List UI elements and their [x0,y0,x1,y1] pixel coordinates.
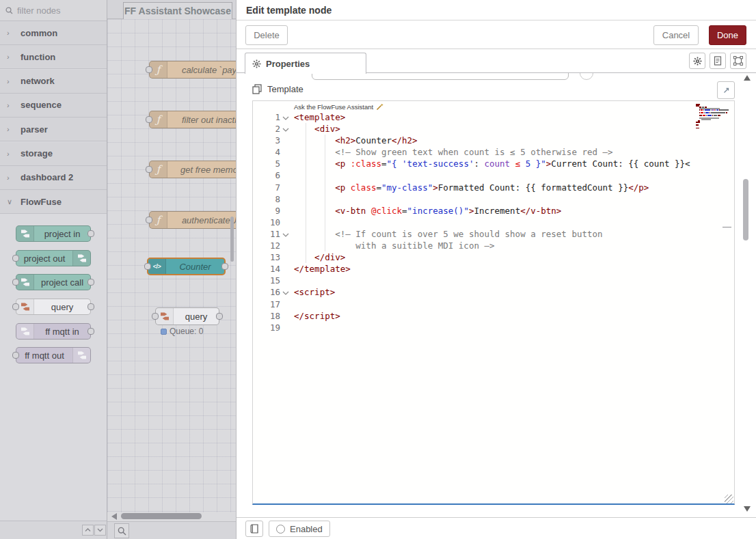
code-editor[interactable]: Ask the FlowFuse Assistant 1<template>2 … [252,100,735,505]
editor-minimap[interactable] [696,104,729,130]
palette-collapse-all-button[interactable] [82,525,94,536]
fold-chevron-icon[interactable] [282,232,289,238]
code-line[interactable]: 13 </div> [253,251,734,263]
code-line[interactable]: 18</script> [253,310,734,322]
palette-search-input[interactable]: filter nodes [0,0,107,21]
output-port[interactable] [87,303,94,310]
code-lines[interactable]: 1<template>2 <div>3 <h2>Counter</h2>4 <!… [253,111,734,333]
canvas-hscroll-thumb[interactable] [121,513,202,519]
fold-toggle[interactable] [282,229,292,238]
code-line[interactable]: 4 <!— Show green text when count is ≤ 5 … [253,146,734,158]
palette-node-ff-mqtt-in[interactable]: ff mqtt in [16,323,91,340]
input-port[interactable] [152,313,159,320]
field-handle[interactable] [580,73,593,80]
fold-toggle[interactable] [282,124,292,133]
chevron-right-icon: › [7,77,14,85]
flow-canvas[interactable]: FF Assistant Showcase ƒ calculate `payƒ … [107,0,236,539]
flowfuse-assistant-hint[interactable]: Ask the FlowFuse Assistant [294,103,383,111]
input-port[interactable] [12,255,19,262]
flow-node-filter-out-inacti[interactable]: ƒ filter out inacti [149,111,236,128]
code-line[interactable]: 3 <h2>Counter</h2> [253,135,734,146]
cancel-button[interactable]: Cancel [653,25,699,45]
input-port[interactable] [12,303,19,310]
palette-expand-all-button[interactable] [94,525,106,536]
dialog-scrollbar-thumb[interactable] [743,179,748,240]
scroll-left-arrow-icon[interactable] [111,513,117,520]
code-line[interactable]: 14</template> [253,263,734,275]
node-description-button[interactable] [710,53,726,69]
code-line[interactable]: 1<template> [253,111,734,123]
code-line[interactable]: 7 <p class="my-class">Formatted Count: {… [253,182,734,193]
code-line[interactable]: 8 [253,193,734,205]
input-port[interactable] [12,279,19,286]
palette-category-sequence[interactable]: › sequence [0,94,107,118]
flow-node-authenticateu[interactable]: ƒ authenticateU [149,211,236,229]
output-port[interactable] [87,230,94,237]
node-icon-area [16,226,34,241]
output-port[interactable] [87,279,94,286]
fold-chevron-icon[interactable] [282,127,289,133]
code-line[interactable]: 5 <p :class="{ 'text-success': count ≤ 5… [253,158,734,169]
fold-chevron-icon[interactable] [282,115,289,121]
output-port[interactable] [216,313,223,320]
code-line[interactable]: 6 [253,169,734,181]
flow-grid[interactable]: ƒ calculate `payƒ filter out inactiƒ get… [107,19,236,512]
fold-toggle[interactable] [282,112,292,121]
palette-node-ff-mqtt-out[interactable]: ff mqtt out [16,347,91,363]
flow-node-calculate-pay[interactable]: ƒ calculate `pay [149,61,236,79]
tab-ff-assistant-showcase[interactable]: FF Assistant Showcase [123,2,232,19]
flow-node-query[interactable]: query [155,307,219,325]
tab-properties[interactable]: Properties [245,53,366,74]
code-line[interactable]: 16<script> [253,286,734,298]
node-enabled-toggle[interactable]: Enabled [269,521,330,537]
palette-category-parser[interactable]: › parser [0,118,107,141]
palette-category-flowfuse[interactable]: ∨ FlowFuse [0,190,107,214]
flow-node-get-free-memo[interactable]: ƒ get free memo [149,161,236,178]
edit-node-dialog: Edit template node Delete Cancel Done Pr… [236,0,756,539]
palette-category-network[interactable]: › network [0,70,107,94]
fold-toggle[interactable] [282,287,292,296]
done-button[interactable]: Done [709,25,746,45]
delete-button[interactable]: Delete [245,25,288,45]
output-port[interactable] [221,263,228,270]
output-port[interactable] [87,328,94,335]
palette-node-project-out[interactable]: project out [16,250,91,266]
palette-node-query[interactable]: query [16,299,91,315]
input-port[interactable] [146,166,152,173]
input-port[interactable] [146,217,152,223]
property-field-partial[interactable] [312,73,569,80]
palette-category-common[interactable]: › common [0,21,107,45]
palette-category-dashboard-2[interactable]: › dashboard 2 [0,166,107,190]
zoom-search-button[interactable] [114,523,129,538]
scroll-down-arrow-icon[interactable] [744,506,751,512]
fold-chevron-icon[interactable] [282,290,289,296]
code-line[interactable]: 2 <div> [253,123,734,135]
code-line[interactable]: 11 <!— If count is over 5 we should show… [253,228,734,240]
code-line[interactable]: 19 [253,322,734,333]
canvas-horizontal-scrollbar[interactable] [107,512,236,521]
expand-editor-button[interactable] [717,81,735,99]
palette-category-function[interactable]: › function [0,45,107,69]
input-port[interactable] [144,263,151,270]
palette-node-project-call[interactable]: project call [16,274,91,290]
palette-node-project-in[interactable]: project in [16,225,91,242]
flowfuse-split-icon [21,229,30,238]
node-settings-button[interactable] [689,53,705,69]
flowfuse-split-icon [21,302,30,312]
input-port[interactable] [146,116,152,123]
code-line[interactable]: 12 with a suitible MDI icon —> [253,240,734,251]
scroll-up-arrow-icon[interactable] [744,75,751,81]
code-line[interactable]: 15 [253,275,734,286]
node-appearance-button[interactable] [730,53,746,69]
code-line[interactable]: 10 [253,217,734,228]
node-docs-button[interactable] [245,521,263,537]
canvas-vertical-scrollbar[interactable] [230,217,234,262]
input-port[interactable] [146,66,152,73]
palette-category-storage[interactable]: › storage [0,142,107,166]
input-port[interactable] [12,352,19,359]
editor-resize-handle[interactable] [725,495,733,503]
flow-node-counter[interactable]: </> Counter [147,258,226,275]
code-line[interactable]: 9 <v-btn @click="increase()">Increment</… [253,205,734,217]
code-line[interactable]: 17 [253,299,734,310]
line-number: 17 [253,299,280,310]
